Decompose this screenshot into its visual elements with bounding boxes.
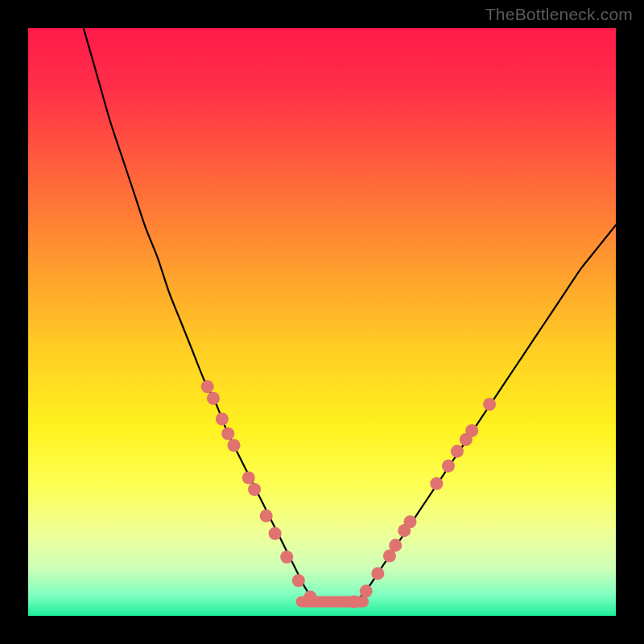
data-marker	[403, 515, 416, 528]
data-marker	[227, 439, 240, 452]
data-marker	[442, 460, 455, 473]
plot-svg	[28, 28, 616, 616]
data-marker	[248, 483, 261, 496]
data-marker	[389, 539, 402, 551]
plot-area	[28, 28, 616, 616]
gradient-bg	[28, 28, 616, 616]
data-marker	[280, 551, 293, 564]
data-marker	[260, 510, 273, 522]
data-marker	[242, 471, 255, 484]
data-marker	[430, 477, 443, 490]
watermark-text: TheBottleneck.com	[485, 5, 633, 24]
data-marker	[216, 412, 229, 425]
data-marker	[451, 445, 464, 458]
data-marker	[360, 584, 373, 597]
data-marker	[221, 427, 234, 440]
data-marker	[201, 380, 214, 393]
data-marker	[207, 392, 220, 405]
data-marker	[292, 574, 305, 587]
data-marker	[465, 424, 478, 437]
data-marker	[269, 527, 282, 540]
data-marker	[483, 398, 496, 411]
stage: TheBottleneck.com	[0, 0, 644, 644]
data-marker	[303, 591, 316, 604]
data-marker	[348, 595, 361, 608]
data-marker	[371, 567, 384, 580]
